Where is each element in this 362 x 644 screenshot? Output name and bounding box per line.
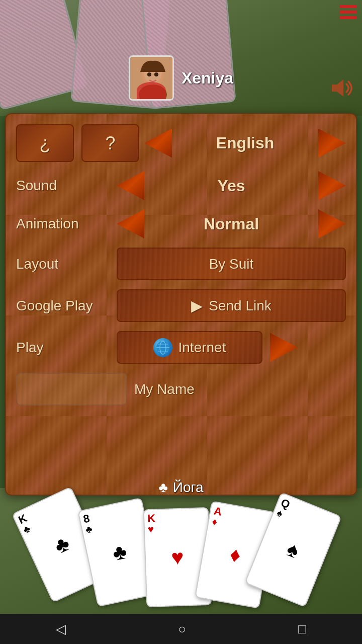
layout-label: Layout	[16, 256, 117, 272]
internet-label: Internet	[178, 340, 226, 356]
layout-button[interactable]: By Suit	[117, 248, 346, 280]
card-center-5: ♠	[283, 536, 303, 563]
sound-row: Sound Yes	[16, 171, 346, 200]
language-row: ¿ ? English	[16, 124, 346, 162]
home-button[interactable]: ○	[168, 617, 196, 641]
google-play-row: Google Play ▶ Send Link	[16, 289, 346, 322]
player-area: Xeniya	[129, 55, 233, 101]
player-name: Xeniya	[182, 69, 233, 88]
bottom-player-area: ♣ Йога	[158, 479, 203, 496]
my-name-row: My Name	[16, 373, 346, 406]
help-button-2[interactable]: ?	[81, 124, 139, 162]
card-rank-3: K	[147, 513, 155, 524]
card-center-1: ♣	[50, 531, 73, 558]
send-link-button[interactable]: ▶ Send Link	[117, 289, 346, 322]
card-center-4: ♦	[228, 542, 242, 568]
menu-bar-1	[339, 5, 357, 8]
play-next-button[interactable]	[270, 333, 298, 362]
club-symbol: ♣	[158, 479, 167, 496]
avatar-face	[130, 57, 172, 99]
animation-value: Normal	[144, 215, 318, 233]
card-suit-2: ♣	[84, 524, 93, 535]
language-value: English	[172, 134, 318, 152]
card-suit-5: ♠	[275, 508, 284, 519]
google-play-label: Google Play	[16, 298, 117, 314]
menu-icon[interactable]	[339, 5, 357, 19]
layout-value: By Suit	[209, 256, 254, 272]
sound-icon[interactable]	[329, 75, 354, 106]
animation-label: Animation	[16, 216, 117, 232]
play-store-icon: ▶	[191, 297, 203, 314]
globe-icon	[153, 338, 172, 357]
card-suit-1: ♣	[21, 523, 31, 535]
menu-bar-2	[339, 11, 357, 14]
settings-panel: ¿ ? English Sound Yes Animation Normal L…	[5, 113, 357, 496]
back-button[interactable]: ◁	[46, 617, 76, 641]
language-next-button[interactable]	[318, 129, 346, 158]
help-button-1[interactable]: ¿	[16, 124, 74, 162]
sound-label: Sound	[16, 178, 117, 194]
animation-next-button[interactable]	[318, 209, 346, 238]
my-name-label: My Name	[134, 381, 195, 397]
play-label: Play	[16, 340, 117, 356]
sound-prev-button[interactable]	[117, 171, 144, 200]
card-center-3: ♥	[170, 545, 184, 570]
play-row: Play Internet	[16, 331, 346, 364]
svg-point-2	[139, 85, 167, 101]
svg-rect-6	[130, 57, 174, 101]
card-suit-3: ♥	[147, 524, 154, 534]
sound-value: Yes	[144, 177, 318, 195]
android-nav-bar: ◁ ○ □	[0, 614, 362, 644]
animation-row: Animation Normal	[16, 209, 346, 238]
cards-hand: K ♣ ♣ 8 ♣ ♣ K ♥ ♥ A ♦ ♦ Q ♠ ♠	[0, 498, 362, 614]
my-name-input[interactable]	[16, 373, 127, 406]
avatar	[129, 55, 174, 101]
recent-button[interactable]: □	[288, 617, 316, 641]
sound-next-button[interactable]	[318, 171, 346, 200]
card-suit-4: ♦	[211, 516, 218, 527]
bottom-player-name: Йога	[173, 479, 204, 496]
card-center-2: ♣	[110, 539, 129, 566]
layout-row: Layout By Suit	[16, 248, 346, 280]
language-prev-button[interactable]	[144, 129, 172, 158]
animation-prev-button[interactable]	[117, 209, 144, 238]
menu-bar-3	[339, 16, 357, 19]
internet-button[interactable]: Internet	[117, 331, 262, 364]
send-link-label: Send Link	[209, 298, 272, 314]
